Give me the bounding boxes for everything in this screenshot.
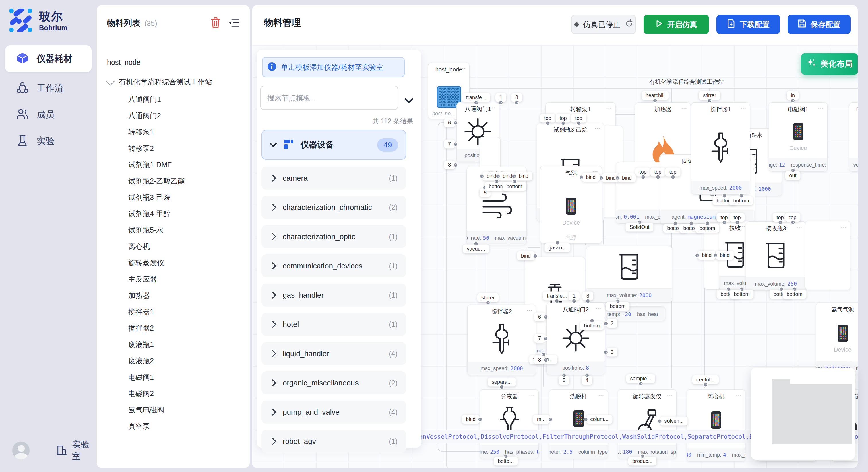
download-config-button[interactable]: 下载配置 [716, 15, 780, 34]
canvas-node-电磁阀2[interactable]: 电磁阀2•••voltage:12 [849, 102, 858, 172]
port-dot-icon[interactable] [555, 241, 560, 245]
port-pill-1[interactable]: 1 [495, 93, 506, 102]
canvas-node-离心机[interactable]: 离心机•••Devicep:40min_temp:4max_spe [687, 390, 745, 462]
port-dot-icon[interactable] [474, 100, 478, 105]
lab-switcher[interactable]: 实验室 [56, 439, 97, 462]
port-pill-separa[interactable]: separa... [488, 378, 516, 386]
sidebar-item-experiments[interactable]: 实验 [5, 130, 92, 153]
tree-item[interactable]: 废液瓶1 [97, 336, 247, 353]
port-pill-2[interactable]: 2 [607, 319, 617, 328]
canvas-node-接收瓶3[interactable]: 接收瓶3•••max_volume:250 [746, 222, 806, 291]
port-pill-bottom[interactable]: bottom [606, 302, 629, 311]
port-pill-8[interactable]: 8 [511, 93, 522, 102]
port-dot-icon[interactable] [503, 454, 508, 459]
port-dot-icon[interactable] [657, 419, 662, 423]
port-pill-top[interactable]: top [540, 114, 555, 123]
port-dot-icon[interactable] [778, 220, 782, 225]
start-simulation-button[interactable]: 开启仿真 [644, 15, 709, 34]
port-dot-icon[interactable] [739, 194, 743, 198]
port-dot-icon[interactable] [479, 174, 484, 178]
port-dot-icon[interactable] [689, 221, 693, 226]
port-dot-icon[interactable] [639, 381, 643, 386]
tree-item[interactable]: 搅拌器2 [97, 320, 247, 336]
refresh-icon[interactable] [625, 20, 633, 30]
node-menu-icon[interactable]: ••• [606, 106, 612, 110]
port-dot-icon[interactable] [739, 287, 744, 292]
port-pill-bottom[interactable]: bottom [580, 322, 603, 330]
tree-item[interactable]: 电磁阀1 [97, 369, 247, 385]
port-dot-icon[interactable] [722, 220, 726, 225]
port-pill-heatchill[interactable]: heatchill [642, 91, 669, 100]
port-dot-icon[interactable] [705, 221, 710, 226]
port-dot-icon[interactable] [555, 299, 559, 303]
port-pill-colum[interactable]: colum... [586, 415, 612, 424]
port-pill-5[interactable]: 5 [559, 376, 569, 385]
port-pill-bottom[interactable]: bottom [502, 182, 526, 191]
node-menu-icon[interactable]: ••• [681, 106, 687, 110]
port-pill-transfe[interactable]: transfe... [462, 93, 490, 102]
tree-item[interactable]: 加热器 [97, 287, 247, 304]
avatar[interactable] [12, 442, 30, 460]
port-dot-icon[interactable] [790, 168, 795, 173]
node-menu-icon[interactable]: ••• [741, 106, 746, 110]
port-dot-icon[interactable] [590, 318, 594, 323]
port-pill-bind[interactable]: bind [462, 415, 479, 424]
port-pill-7[interactable]: 7 [534, 334, 545, 343]
trash-icon[interactable] [211, 17, 220, 29]
port-dot-icon[interactable] [453, 121, 458, 125]
port-pill-botto[interactable]: botto... [494, 457, 518, 466]
port-dot-icon[interactable] [533, 254, 538, 258]
tree-item[interactable]: 废液瓶2 [97, 353, 247, 369]
port-pill-8[interactable]: 8 [444, 161, 455, 169]
tree-item[interactable]: 转移泵1 [97, 124, 247, 140]
port-dot-icon[interactable] [512, 179, 517, 184]
canvas-node[interactable]: ••• [805, 221, 850, 290]
port-dot-icon[interactable] [735, 220, 739, 225]
port-dot-icon[interactable] [494, 179, 499, 184]
template-category-row[interactable]: characterization_chromatic(2) [261, 196, 406, 219]
template-category-row[interactable]: pump_and_valve(4) [261, 401, 406, 424]
canvas-node[interactable]: max_volume:2000 [586, 246, 672, 302]
port-pill-top[interactable]: top [571, 114, 586, 123]
port-pill-bottom[interactable]: bottom [695, 224, 719, 233]
template-category-row[interactable]: organic_miscellaneous(2) [261, 371, 406, 394]
port-pill-top[interactable]: top [635, 168, 650, 177]
node-menu-icon[interactable]: ••• [736, 393, 742, 398]
port-dot-icon[interactable] [790, 220, 795, 225]
port-dot-icon[interactable] [544, 314, 548, 319]
port-dot-icon[interactable] [792, 287, 797, 292]
tree-item[interactable]: 氢气电磁阀 [97, 402, 247, 418]
tree-item[interactable]: 试剂瓶2-乙酸乙酯 [97, 173, 247, 189]
port-dot-icon[interactable] [707, 98, 712, 103]
port-pill-centrif[interactable]: centrif... [692, 375, 719, 384]
port-dot-icon[interactable] [703, 382, 708, 387]
template-category-row[interactable]: communication_devices(1) [261, 255, 406, 277]
port-pill-vacuu[interactable]: vacuu... [463, 245, 489, 254]
port-pill-stirrer[interactable]: stirrer [477, 293, 499, 302]
port-dot-icon[interactable] [512, 174, 516, 178]
port-dot-icon[interactable] [474, 242, 478, 246]
tree-item[interactable]: 试剂瓶5-水 [97, 222, 247, 238]
port-dot-icon[interactable] [486, 301, 490, 305]
template-category-row[interactable]: characterization_optic(1) [261, 225, 406, 248]
port-pill-produc[interactable]: produc... [628, 457, 656, 466]
port-pill-out[interactable]: out [785, 171, 800, 180]
port-pill-8[interactable]: 8 [534, 356, 545, 365]
port-dot-icon[interactable] [673, 221, 677, 226]
port-dot-icon[interactable] [544, 358, 548, 362]
port-pill-solven[interactable]: solven... [660, 417, 687, 426]
port-pill-top[interactable]: top [650, 168, 665, 177]
tree-item[interactable]: 八通阀门1 [97, 91, 247, 107]
port-pill-gasso[interactable]: gasso... [544, 243, 570, 252]
port-pill-transfe[interactable]: transfe... [543, 292, 571, 301]
port-pill-3[interactable]: 3 [607, 348, 617, 357]
sidebar-item-workflow[interactable]: 工作流 [5, 77, 92, 100]
port-dot-icon[interactable] [713, 253, 718, 258]
port-pill-stirrer[interactable]: stirrer [699, 91, 720, 100]
tree-item[interactable]: 转移泵2 [97, 140, 247, 157]
tree-item[interactable]: 搅拌器1 [97, 304, 247, 320]
port-dot-icon[interactable] [577, 121, 581, 126]
port-dot-icon[interactable] [640, 454, 645, 459]
port-pill-top[interactable]: top [785, 213, 800, 222]
port-pill-bottom[interactable]: bottom [729, 196, 753, 205]
